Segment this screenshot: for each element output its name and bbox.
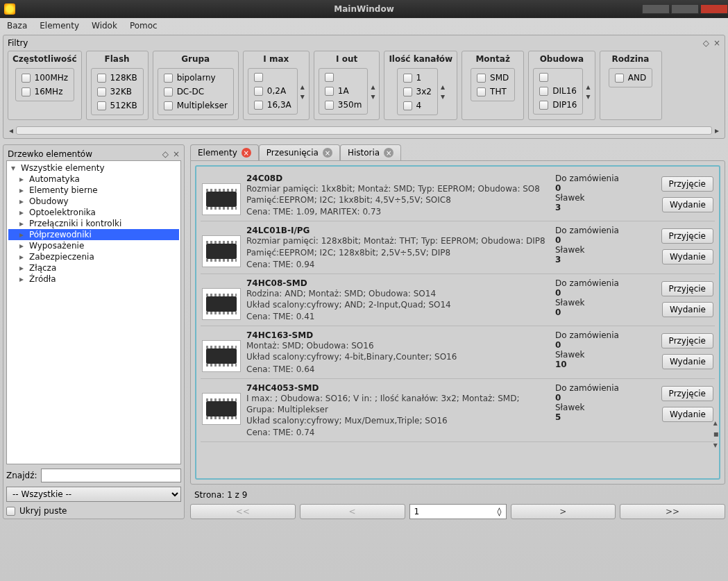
scroll-right-icon[interactable]: ▸ [712, 126, 722, 135]
menu-pomoc[interactable]: Pomoc [130, 21, 158, 31]
tab-close-icon[interactable]: × [384, 148, 393, 158]
tab-close-icon[interactable]: × [323, 148, 332, 158]
issue-button[interactable]: Wydanie [662, 249, 713, 264]
item-desc: Rozmiar pamięci: 128x8bit; Montaż: THT; … [246, 235, 550, 246]
list-item[interactable]: 24LC01B-I/PGRozmiar pamięci: 128x8bit; M… [201, 221, 715, 273]
filter-option[interactable]: 16,3A [254, 100, 291, 110]
issue-button[interactable]: Wydanie [662, 197, 713, 212]
filters-scrollbar[interactable]: ◂ ▸ [6, 126, 722, 135]
owner-label: Sławek [555, 298, 645, 308]
accept-button[interactable]: Przyjęcie [661, 176, 713, 192]
tree-item[interactable]: ▸Złącza [8, 262, 179, 273]
filter-scroll[interactable]: ▴▾ [300, 83, 305, 101]
element-tree[interactable]: ▾Wszystkie elementy▸Automatyka▸Elementy … [6, 160, 181, 464]
filter-option[interactable]: AND [615, 73, 646, 83]
tree-item[interactable]: ▸Zabezpieczenia [8, 251, 179, 262]
list-scroll-handle[interactable]: ▪ [713, 429, 719, 439]
tree-item[interactable]: ▸Automatyka [8, 174, 179, 185]
pager-last-button[interactable]: >> [620, 504, 725, 519]
tree-root[interactable]: ▾Wszystkie elementy [8, 162, 179, 174]
filter-scroll[interactable]: ▴▾ [371, 83, 375, 101]
filter-group-2: GrupabipolarnyDC-DCMultiplekser [153, 51, 239, 120]
filter-option[interactable]: DC-DC [164, 87, 228, 96]
tab-elementy[interactable]: Elementy× [190, 144, 259, 160]
issue-button[interactable]: Wydanie [662, 407, 713, 422]
pager-page-input[interactable]: 1◊ [409, 504, 507, 519]
filter-option[interactable]: Multiplekser [164, 101, 228, 110]
filter-option[interactable] [325, 73, 362, 82]
filter-option[interactable]: bipolarny [164, 73, 228, 83]
tree-item[interactable]: ▸Źródła [8, 273, 179, 285]
filter-option[interactable] [539, 73, 577, 82]
menu-baza[interactable]: Baza [7, 21, 27, 31]
list-scroll-up-icon[interactable]: ▴ [713, 418, 719, 428]
filter-option[interactable]: 3x2 [403, 87, 432, 96]
item-price: Cena: TME: 0.74 [246, 428, 550, 437]
filter-option[interactable]: 100MHz [22, 73, 69, 83]
filter-option[interactable]: DIP16 [539, 100, 577, 110]
tab-historia[interactable]: Historia× [340, 144, 401, 160]
filter-option[interactable]: 32KB [97, 87, 137, 96]
tab-close-icon[interactable]: × [242, 148, 251, 158]
tree-item[interactable]: ▸Półprzewodniki [8, 229, 179, 240]
order-value: 0 [555, 340, 645, 350]
menu-elementy[interactable]: Elementy [40, 21, 79, 31]
menu-widok[interactable]: Widok [92, 21, 117, 31]
tree-item[interactable]: ▸Optoelektronika [8, 207, 179, 218]
filter-option[interactable]: 512KB [97, 101, 137, 110]
tab-przesunięcia[interactable]: Przesunięcia× [259, 144, 340, 160]
scroll-left-icon[interactable]: ◂ [6, 126, 16, 135]
tree-item[interactable]: ▸Przełączniki i kontrolki [8, 218, 179, 229]
filter-option[interactable]: SMD [477, 73, 509, 83]
app-icon [4, 3, 15, 15]
filter-option[interactable]: 128KB [97, 73, 137, 83]
tree-item[interactable]: ▸Obudowy [8, 196, 179, 207]
accept-button[interactable]: Przyjęcie [661, 386, 713, 401]
minimize-button[interactable] [642, 4, 670, 14]
filter-group-6: MontażSMDTHT [462, 51, 524, 120]
filter-option[interactable]: DIL16 [539, 86, 577, 96]
item-thumbnail [202, 288, 241, 320]
tree-close-icon[interactable]: × [173, 149, 180, 159]
list-item[interactable]: 74HC4053-SMDI max: ; Obudowa: SO16; V in… [201, 379, 715, 443]
pager-prev-button[interactable]: < [300, 504, 405, 519]
filter-option[interactable]: 1 [403, 73, 432, 83]
accept-button[interactable]: Przyjęcie [661, 333, 713, 348]
issue-button[interactable]: Wydanie [662, 302, 713, 317]
filter-scroll[interactable]: ▴▾ [586, 83, 590, 101]
filter-option[interactable] [254, 73, 291, 82]
list-item[interactable]: 24C08DRozmiar pamięci: 1kx8bit; Montaż: … [201, 169, 715, 221]
filter-option[interactable]: 1A [325, 86, 362, 96]
accept-button[interactable]: Przyjęcie [661, 281, 713, 296]
filter-option[interactable]: 4 [403, 101, 432, 110]
owner-label: Sławek [555, 403, 645, 412]
pager-label: Strona: 1 z 9 [190, 489, 725, 501]
filter-option[interactable]: 16MHz [22, 87, 69, 96]
find-input[interactable] [41, 469, 181, 482]
pager-first-button[interactable]: << [190, 504, 296, 519]
close-window-button[interactable] [700, 4, 728, 14]
list-item[interactable]: 74HC08-SMDRodzina: AND; Montaż: SMD; Obu… [201, 274, 715, 326]
list-panel: 24C08DRozmiar pamięci: 1kx8bit; Montaż: … [190, 160, 725, 485]
pager-next-button[interactable]: > [511, 504, 616, 519]
item-name: 24LC01B-I/PG [246, 226, 550, 235]
tree-undock-icon[interactable]: ◇ [162, 149, 169, 159]
list-scroll-down-icon[interactable]: ▾ [713, 440, 719, 450]
filter-group-7: ObudowaDIL16DIP16▴▾ [528, 51, 595, 120]
accept-button[interactable]: Przyjęcie [661, 228, 713, 244]
list-item[interactable]: 74HC163-SMDMontaż: SMD; Obudowa: SO16Ukł… [201, 326, 715, 378]
tree-item[interactable]: ▸Elementy bierne [8, 185, 179, 196]
filter-option[interactable]: 350m [325, 100, 362, 110]
category-select[interactable]: -- Wszystkie -- [6, 487, 181, 502]
filters-undock-icon[interactable]: ◇ [703, 38, 709, 48]
filter-option[interactable]: 0,2A [254, 86, 291, 96]
maximize-button[interactable] [671, 4, 699, 14]
tabs: Elementy×Przesunięcia×Historia× [190, 144, 725, 160]
filter-scroll[interactable]: ▴▾ [441, 83, 445, 101]
tree-item[interactable]: ▸Wyposażenie [8, 240, 179, 251]
hide-empty-checkbox[interactable]: Ukryj puste [6, 506, 181, 516]
issue-button[interactable]: Wydanie [662, 354, 713, 369]
order-label: Do zamówienia [555, 278, 645, 288]
filters-close-icon[interactable]: × [713, 38, 720, 48]
filter-option[interactable]: THT [477, 87, 509, 96]
